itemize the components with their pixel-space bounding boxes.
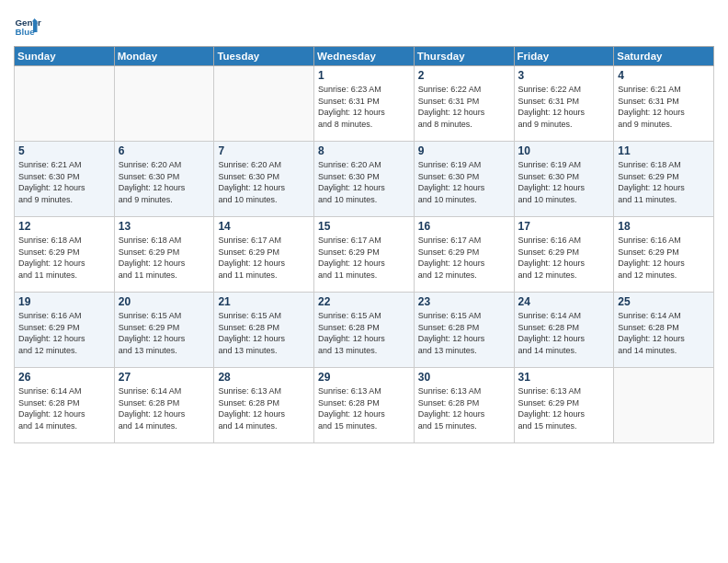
day-info: Sunrise: 6:19 AM Sunset: 6:30 PM Dayligh… <box>518 159 610 205</box>
day-info: Sunrise: 6:16 AM Sunset: 6:29 PM Dayligh… <box>618 235 710 281</box>
calendar-cell <box>114 66 214 142</box>
day-number: 11 <box>618 144 710 157</box>
calendar-cell: 12Sunrise: 6:18 AM Sunset: 6:29 PM Dayli… <box>15 217 115 293</box>
day-info: Sunrise: 6:16 AM Sunset: 6:29 PM Dayligh… <box>518 235 610 281</box>
day-number: 3 <box>518 69 610 82</box>
day-number: 21 <box>218 295 310 308</box>
calendar-week-row: 5Sunrise: 6:21 AM Sunset: 6:30 PM Daylig… <box>15 142 714 217</box>
day-number: 31 <box>518 371 610 384</box>
weekday-header: Saturday <box>614 47 714 66</box>
svg-text:General: General <box>16 17 42 28</box>
day-info: Sunrise: 6:15 AM Sunset: 6:29 PM Dayligh… <box>119 310 210 356</box>
weekday-header: Thursday <box>414 47 514 66</box>
calendar-cell: 18Sunrise: 6:16 AM Sunset: 6:29 PM Dayli… <box>614 217 714 293</box>
day-number: 5 <box>18 144 110 157</box>
day-number: 16 <box>418 220 510 233</box>
day-info: Sunrise: 6:14 AM Sunset: 6:28 PM Dayligh… <box>18 385 110 431</box>
calendar-cell: 16Sunrise: 6:17 AM Sunset: 6:29 PM Dayli… <box>414 217 514 293</box>
day-number: 9 <box>418 144 510 157</box>
calendar-cell: 20Sunrise: 6:15 AM Sunset: 6:29 PM Dayli… <box>114 293 214 368</box>
day-number: 6 <box>119 144 210 157</box>
calendar-cell <box>614 368 714 443</box>
calendar-body: 1Sunrise: 6:23 AM Sunset: 6:31 PM Daylig… <box>15 66 714 443</box>
calendar-cell: 19Sunrise: 6:16 AM Sunset: 6:29 PM Dayli… <box>15 293 115 368</box>
header: General Blue <box>14 9 714 40</box>
day-number: 23 <box>418 295 510 308</box>
day-number: 2 <box>418 69 510 82</box>
logo-icon: General Blue <box>14 13 41 40</box>
day-number: 24 <box>518 295 610 308</box>
day-number: 30 <box>418 371 510 384</box>
calendar-week-row: 26Sunrise: 6:14 AM Sunset: 6:28 PM Dayli… <box>15 368 714 443</box>
calendar-cell: 21Sunrise: 6:15 AM Sunset: 6:28 PM Dayli… <box>214 293 314 368</box>
calendar-cell <box>15 66 115 142</box>
day-info: Sunrise: 6:23 AM Sunset: 6:31 PM Dayligh… <box>318 84 410 130</box>
calendar-week-row: 12Sunrise: 6:18 AM Sunset: 6:29 PM Dayli… <box>15 217 714 293</box>
calendar-cell: 13Sunrise: 6:18 AM Sunset: 6:29 PM Dayli… <box>114 217 214 293</box>
calendar-cell: 15Sunrise: 6:17 AM Sunset: 6:29 PM Dayli… <box>314 217 415 293</box>
calendar-cell: 2Sunrise: 6:22 AM Sunset: 6:31 PM Daylig… <box>414 66 514 142</box>
day-info: Sunrise: 6:15 AM Sunset: 6:28 PM Dayligh… <box>418 310 510 356</box>
calendar-cell: 30Sunrise: 6:13 AM Sunset: 6:28 PM Dayli… <box>414 368 514 443</box>
day-number: 17 <box>518 220 610 233</box>
day-info: Sunrise: 6:13 AM Sunset: 6:28 PM Dayligh… <box>318 385 410 431</box>
calendar-cell: 17Sunrise: 6:16 AM Sunset: 6:29 PM Dayli… <box>514 217 614 293</box>
svg-text:Blue: Blue <box>16 27 36 37</box>
day-number: 14 <box>218 220 310 233</box>
day-info: Sunrise: 6:17 AM Sunset: 6:29 PM Dayligh… <box>418 235 510 281</box>
calendar-cell: 6Sunrise: 6:20 AM Sunset: 6:30 PM Daylig… <box>114 142 214 217</box>
day-number: 28 <box>218 371 310 384</box>
calendar-cell: 23Sunrise: 6:15 AM Sunset: 6:28 PM Dayli… <box>414 293 514 368</box>
calendar-cell: 10Sunrise: 6:19 AM Sunset: 6:30 PM Dayli… <box>514 142 614 217</box>
calendar-cell: 14Sunrise: 6:17 AM Sunset: 6:29 PM Dayli… <box>214 217 314 293</box>
calendar-cell: 31Sunrise: 6:13 AM Sunset: 6:29 PM Dayli… <box>514 368 614 443</box>
day-info: Sunrise: 6:19 AM Sunset: 6:30 PM Dayligh… <box>418 159 510 205</box>
day-info: Sunrise: 6:14 AM Sunset: 6:28 PM Dayligh… <box>518 310 610 356</box>
calendar-cell: 25Sunrise: 6:14 AM Sunset: 6:28 PM Dayli… <box>614 293 714 368</box>
weekday-header: Sunday <box>15 47 115 66</box>
day-info: Sunrise: 6:18 AM Sunset: 6:29 PM Dayligh… <box>119 235 210 281</box>
day-info: Sunrise: 6:22 AM Sunset: 6:31 PM Dayligh… <box>418 84 510 130</box>
calendar-cell: 4Sunrise: 6:21 AM Sunset: 6:31 PM Daylig… <box>614 66 714 142</box>
calendar-week-row: 1Sunrise: 6:23 AM Sunset: 6:31 PM Daylig… <box>15 66 714 142</box>
day-number: 25 <box>618 295 710 308</box>
day-number: 4 <box>618 69 710 82</box>
day-info: Sunrise: 6:13 AM Sunset: 6:28 PM Dayligh… <box>218 385 310 431</box>
day-info: Sunrise: 6:13 AM Sunset: 6:28 PM Dayligh… <box>418 385 510 431</box>
calendar-cell: 29Sunrise: 6:13 AM Sunset: 6:28 PM Dayli… <box>314 368 415 443</box>
calendar-cell: 11Sunrise: 6:18 AM Sunset: 6:29 PM Dayli… <box>614 142 714 217</box>
day-info: Sunrise: 6:13 AM Sunset: 6:29 PM Dayligh… <box>518 385 610 431</box>
calendar-cell: 26Sunrise: 6:14 AM Sunset: 6:28 PM Dayli… <box>15 368 115 443</box>
day-info: Sunrise: 6:18 AM Sunset: 6:29 PM Dayligh… <box>18 235 110 281</box>
calendar-cell: 8Sunrise: 6:20 AM Sunset: 6:30 PM Daylig… <box>314 142 415 217</box>
day-number: 29 <box>318 371 410 384</box>
day-info: Sunrise: 6:20 AM Sunset: 6:30 PM Dayligh… <box>218 159 310 205</box>
weekday-header: Tuesday <box>214 47 314 66</box>
calendar-header: SundayMondayTuesdayWednesdayThursdayFrid… <box>15 47 714 66</box>
day-info: Sunrise: 6:14 AM Sunset: 6:28 PM Dayligh… <box>618 310 710 356</box>
day-number: 19 <box>18 295 110 308</box>
day-info: Sunrise: 6:22 AM Sunset: 6:31 PM Dayligh… <box>518 84 610 130</box>
day-info: Sunrise: 6:18 AM Sunset: 6:29 PM Dayligh… <box>618 159 710 205</box>
calendar-cell: 22Sunrise: 6:15 AM Sunset: 6:28 PM Dayli… <box>314 293 415 368</box>
day-info: Sunrise: 6:21 AM Sunset: 6:30 PM Dayligh… <box>18 159 110 205</box>
day-number: 26 <box>18 371 110 384</box>
calendar-cell: 27Sunrise: 6:14 AM Sunset: 6:28 PM Dayli… <box>114 368 214 443</box>
day-number: 12 <box>18 220 110 233</box>
calendar-cell: 28Sunrise: 6:13 AM Sunset: 6:28 PM Dayli… <box>214 368 314 443</box>
weekday-header: Monday <box>114 47 214 66</box>
calendar-cell: 9Sunrise: 6:19 AM Sunset: 6:30 PM Daylig… <box>414 142 514 217</box>
calendar-cell: 7Sunrise: 6:20 AM Sunset: 6:30 PM Daylig… <box>214 142 314 217</box>
day-info: Sunrise: 6:15 AM Sunset: 6:28 PM Dayligh… <box>318 310 410 356</box>
day-number: 13 <box>119 220 210 233</box>
page: General Blue SundayMondayTuesdayWednesda… <box>0 0 728 563</box>
calendar-cell <box>214 66 314 142</box>
day-info: Sunrise: 6:17 AM Sunset: 6:29 PM Dayligh… <box>318 235 410 281</box>
calendar-cell: 24Sunrise: 6:14 AM Sunset: 6:28 PM Dayli… <box>514 293 614 368</box>
day-number: 7 <box>218 144 310 157</box>
weekday-row: SundayMondayTuesdayWednesdayThursdayFrid… <box>15 47 714 66</box>
calendar-cell: 1Sunrise: 6:23 AM Sunset: 6:31 PM Daylig… <box>314 66 415 142</box>
day-info: Sunrise: 6:16 AM Sunset: 6:29 PM Dayligh… <box>18 310 110 356</box>
day-number: 27 <box>119 371 210 384</box>
day-number: 20 <box>119 295 210 308</box>
